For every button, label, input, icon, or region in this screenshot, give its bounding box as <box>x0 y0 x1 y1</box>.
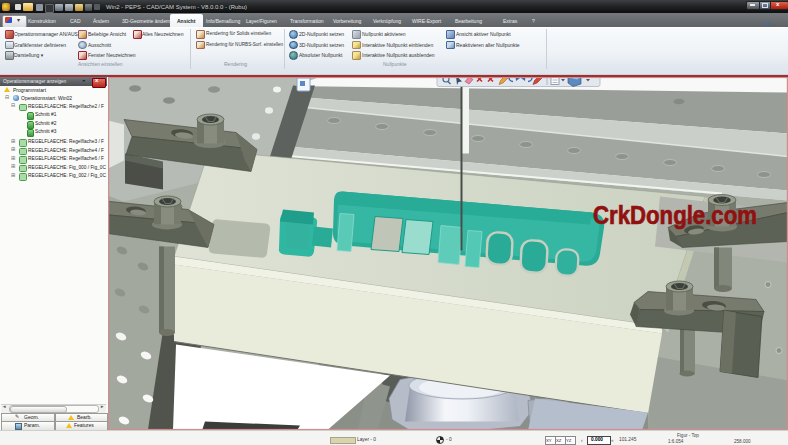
svg-text:CrkDongle.com: CrkDongle.com <box>593 199 757 229</box>
